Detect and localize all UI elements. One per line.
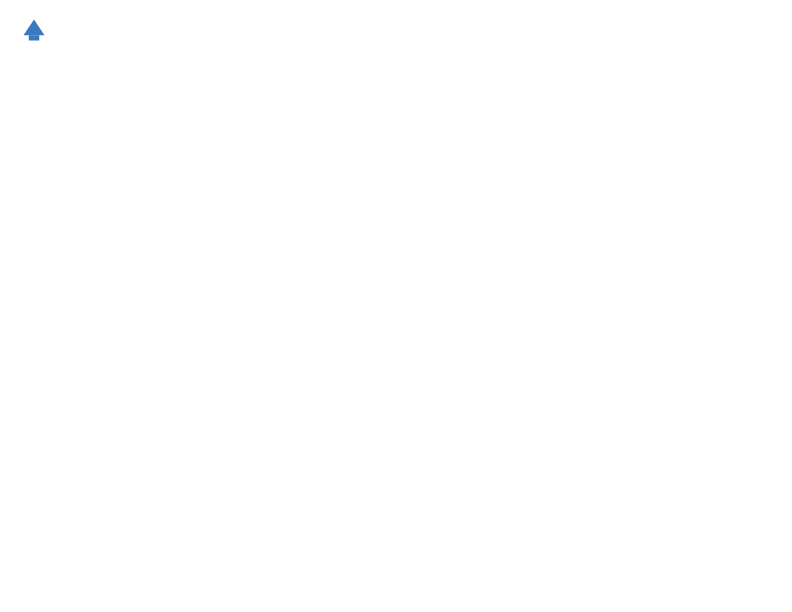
page-header — [20, 16, 772, 44]
svg-rect-1 — [29, 35, 40, 40]
logo — [20, 16, 52, 44]
logo-icon — [20, 16, 48, 44]
svg-marker-0 — [24, 20, 45, 36]
